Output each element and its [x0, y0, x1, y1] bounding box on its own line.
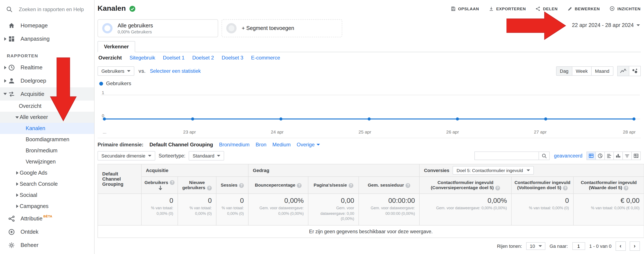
help-icon[interactable] [563, 186, 568, 190]
column-header-waarde[interactable]: Contactformulier ingevuld (Waarde doel 5… [574, 176, 644, 194]
subtab-overzicht[interactable]: Overzicht [98, 55, 122, 61]
help-icon[interactable] [349, 183, 353, 188]
add-segment-button[interactable]: + Segment toevoegen [222, 19, 342, 37]
subtab-bar: Overzicht Sitegebruik Doelset 1 Doelset … [98, 52, 640, 63]
tab-verkenner[interactable]: Verkenner [98, 41, 135, 52]
subtab-sitegebruik[interactable]: Sitegebruik [130, 55, 155, 61]
insights-button[interactable]: INZICHTEN [609, 6, 640, 12]
summary-cell-gem-sessieduur: 00:00:00Gem. voor dataweergave: 00:00:00… [359, 194, 420, 225]
sidebar-item-attributie[interactable]: Attributie BÈTA [0, 212, 94, 225]
help-icon[interactable] [207, 186, 212, 190]
sidebar-item-homepage[interactable]: Homepage [0, 19, 94, 32]
sidebar-item-sociaal[interactable]: Sociaal [0, 190, 94, 201]
sidebar-item-verwijzingen[interactable]: Verwijzingen [0, 156, 94, 167]
sidebar-item-label: Campagnes [20, 203, 48, 209]
help-icon[interactable] [406, 183, 410, 188]
sort-type-selector[interactable]: Standaard [189, 151, 224, 160]
column-header-sessies[interactable]: Sessies [216, 176, 248, 194]
sidebar-item-kanalen[interactable]: Kanalen [0, 123, 94, 134]
legend-label: Gebruikers [106, 80, 131, 86]
sidebar-item-label: Search Console [20, 181, 58, 187]
help-icon[interactable] [239, 183, 244, 188]
granularity-maand[interactable]: Maand [591, 66, 613, 76]
summary-cell-conversiepercentage: 0,00%Gem. voor dataweergave: 0,00% (0,00… [420, 194, 512, 225]
segment-all-users[interactable]: Alle gebruikers 0,00% Gebruikers [98, 19, 218, 37]
chevron-down-icon [636, 24, 640, 26]
customization-icon [8, 35, 16, 42]
performance-view-icon[interactable] [604, 152, 614, 160]
column-header-conversiepercentage[interactable]: Contactformulier ingevuld (Conversieperc… [420, 176, 512, 194]
subtab-ecommerce[interactable]: E-commerce [251, 55, 280, 61]
sidebar-search[interactable]: Zoeken in rapporten en Help [0, 0, 94, 19]
rows-per-page-selector[interactable]: 10 [526, 242, 546, 250]
sidebar-item-ontdek[interactable]: Ontdek [0, 225, 94, 238]
subtab-doelset-2[interactable]: Doelset 2 [192, 55, 214, 61]
sidebar-item-acquisitie[interactable]: Acquisitie [0, 87, 94, 100]
chevron-right-icon [2, 37, 8, 40]
motion-chart-toggle-icon[interactable] [628, 66, 640, 76]
goto-page-input[interactable] [572, 242, 585, 250]
sidebar-item-search-console[interactable]: Search Console [0, 178, 94, 190]
pivot-view-icon[interactable] [631, 152, 640, 160]
next-page-button[interactable] [630, 241, 640, 251]
dimension-bron[interactable]: Bron [256, 142, 266, 148]
secondary-dimension-button[interactable]: Secundaire dimensie [98, 151, 155, 160]
dimension-medium[interactable]: Medium [272, 142, 291, 148]
sidebar-item-doelgroep[interactable]: Doelgroep [0, 74, 94, 87]
select-metric-link[interactable]: Selecteer een statistiek [150, 68, 201, 74]
subtab-doelset-3[interactable]: Doelset 3 [222, 55, 243, 61]
summary-cell-nieuwe-gebruikers: 0% van totaal: 0,00% (0) [178, 194, 216, 225]
sidebar-item-google-ads[interactable]: Google Ads [0, 167, 94, 178]
help-icon[interactable] [297, 183, 302, 188]
help-icon[interactable] [170, 180, 174, 185]
comparison-view-icon[interactable] [613, 152, 622, 160]
column-header-voltooiingen[interactable]: Contactformulier ingevuld (Voltooiingen … [512, 176, 574, 194]
dimension-overige[interactable]: Overige [297, 142, 320, 148]
goal-selector[interactable]: Doel 5: Contactformulier ingevuld [453, 166, 534, 174]
granularity-dag[interactable]: Dag [556, 66, 572, 76]
table-search-button[interactable] [538, 152, 550, 160]
row-dimension-header[interactable]: Default Channel Grouping [98, 164, 142, 194]
table-search-input[interactable] [474, 152, 538, 160]
line-chart-toggle-icon[interactable] [617, 66, 629, 76]
sidebar-item-bron-medium[interactable]: Bron/medium [0, 145, 94, 156]
header-actions: OPSLAAN EXPORTEREN DELEN BEWERKEN INZICH… [450, 6, 640, 12]
export-button[interactable]: EXPORTEREN [488, 6, 526, 11]
subtab-doelset-1[interactable]: Doelset 1 [163, 55, 184, 61]
column-header-nieuwe-gebruikers[interactable]: Nieuwe gebruikers [178, 176, 216, 194]
dimension-bron-medium[interactable]: Bron/medium [219, 142, 250, 148]
help-icon[interactable] [624, 186, 628, 190]
share-button[interactable]: DELEN [535, 6, 558, 11]
sidebar-item-label: Homepage [20, 22, 48, 29]
column-header-bouncepercentage[interactable]: Bouncepercentage [248, 176, 308, 194]
metric-selector[interactable]: Gebruikers [98, 66, 134, 76]
sidebar-item-acquisitie-overzicht[interactable]: Overzicht [0, 100, 94, 112]
column-header-gem-sessieduur[interactable]: Gem. sessieduur [359, 176, 420, 194]
save-button[interactable]: OPSLAAN [450, 6, 479, 11]
column-header-gebruikers[interactable]: Gebruikers [142, 176, 178, 194]
line-chart-svg [98, 88, 641, 128]
sidebar-item-aanpassing[interactable]: Aanpassing [0, 32, 94, 45]
column-header-paginas-sessie[interactable]: Pagina's/sessie [308, 176, 359, 194]
term-cloud-view-icon[interactable] [622, 152, 632, 160]
granularity-week[interactable]: Week [572, 66, 592, 76]
sidebar-item-label: Beheer [20, 242, 38, 248]
sidebar-item-boomdiagrammen[interactable]: Boomdiagrammen [0, 134, 94, 145]
vs-label: VS. [138, 69, 146, 74]
percentage-view-icon[interactable] [595, 152, 605, 160]
sidebar-item-realtime[interactable]: Realtime [0, 61, 94, 74]
prev-page-button[interactable] [615, 241, 626, 251]
advanced-search-link[interactable]: geavanceerd [554, 153, 582, 158]
help-icon[interactable] [495, 186, 500, 190]
sidebar-item-label: Doelgroep [20, 78, 46, 84]
dimension-default-channel-grouping[interactable]: Default Channel Grouping [150, 142, 213, 148]
table-controls: Secundaire dimensie Sorteertype: Standaa… [98, 151, 640, 160]
sidebar-item-alle-verkeer[interactable]: Alle verkeer [0, 112, 94, 123]
pagination-range: 1 - 0 van 0 [589, 244, 612, 249]
sidebar-item-campagnes[interactable]: Campagnes [0, 201, 94, 212]
date-range-selector[interactable]: 22 apr 2024 - 28 apr 2024 [572, 22, 640, 28]
sidebar-item-beheer[interactable]: Beheer [0, 238, 94, 252]
sidebar-item-label: Kanalen [26, 126, 45, 132]
edit-button[interactable]: BEWERKEN [567, 6, 600, 11]
table-view-icon[interactable] [586, 152, 596, 160]
